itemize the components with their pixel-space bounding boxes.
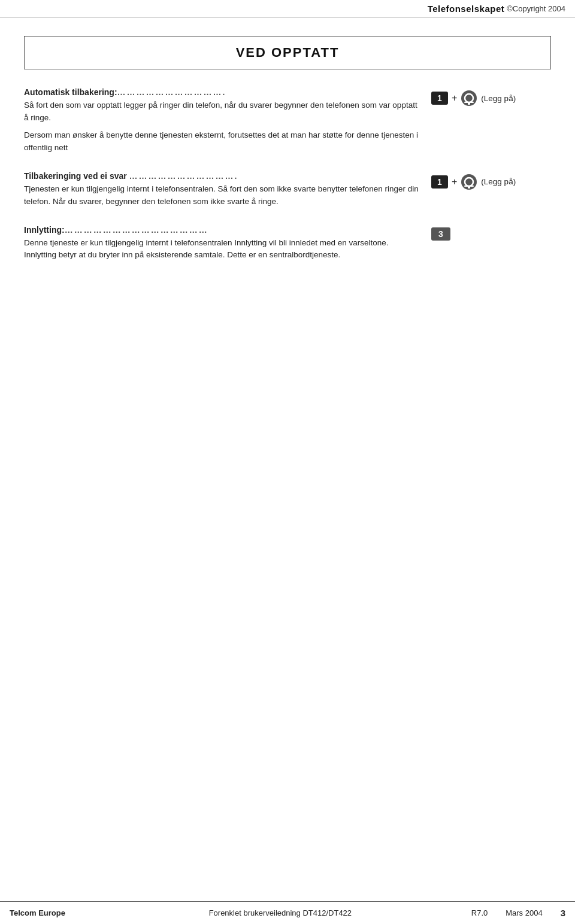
key-1-badge: 1 xyxy=(431,92,448,105)
main-content: Automatisk tilbakering:……………………………. Så f… xyxy=(0,87,575,262)
page-footer: Telcom Europe Forenklet brukerveiledning… xyxy=(0,901,575,924)
page-title: VED OPPTATT xyxy=(236,45,340,60)
section-automatisk-text: Automatisk tilbakering:……………………………. Så f… xyxy=(24,87,431,154)
plus-sign: + xyxy=(452,93,457,104)
copyright-text: ©Copyright 2004 xyxy=(507,4,565,13)
section-tilbakeringing-heading: Tilbakeringing ved ei svar ……………………………. xyxy=(24,171,419,181)
section-tilbakeringing-body: Tjenesten er kun tilgjengelig internt i … xyxy=(24,183,419,208)
key-3-badge: 3 xyxy=(431,227,450,241)
phone-icon xyxy=(461,90,477,107)
section-innlytting-instruction: 3 xyxy=(431,225,551,241)
page-header: Telefonselskapet ©Copyright 2004 xyxy=(0,0,575,18)
footer-version: R7.0 xyxy=(471,908,488,917)
section-innlytting-heading: Innlytting:……………………………………… xyxy=(24,225,419,235)
footer-date: Mars 2004 xyxy=(506,908,542,917)
legg-pa-label-2: (Legg på) xyxy=(481,177,516,186)
section-innlytting: Innlytting:……………………………………… Denne tjenest… xyxy=(24,225,551,262)
svg-rect-3 xyxy=(464,102,474,103)
plus-sign-2: + xyxy=(452,177,457,187)
section-innlytting-body: Denne tjeneste er kun tilgjengelig inter… xyxy=(24,237,419,262)
section-automatisk-instruction: 1 + (Legg på) xyxy=(431,87,551,107)
section-automatisk-heading: Automatisk tilbakering:……………………………. xyxy=(24,87,419,97)
section-automatisk-body: Så fort den som var opptatt legger på ri… xyxy=(24,99,419,154)
footer-page: 3 xyxy=(561,908,565,918)
footer-manual: Forenklet brukerveiledning DT412/DT422 xyxy=(89,908,471,917)
company-logo: Telefonselskapet xyxy=(428,4,505,14)
footer-right: R7.0 Mars 2004 3 xyxy=(471,908,565,918)
footer-company: Telcom Europe xyxy=(10,908,65,917)
section-automatisk: Automatisk tilbakering:……………………………. Så f… xyxy=(24,87,551,154)
section-tilbakeringing-instruction: 1 + (Legg på) xyxy=(431,171,551,190)
key-1-badge-2: 1 xyxy=(431,175,448,189)
section-innlytting-text: Innlytting:……………………………………… Denne tjenest… xyxy=(24,225,431,262)
legg-pa-label-1: (Legg på) xyxy=(481,94,516,103)
section-tilbakeringing-text: Tilbakeringing ved ei svar ……………………………. … xyxy=(24,171,431,208)
page-title-box: VED OPPTATT xyxy=(24,36,551,69)
phone-icon-2 xyxy=(461,174,477,190)
section-tilbakeringing: Tilbakeringing ved ei svar ……………………………. … xyxy=(24,171,551,208)
svg-rect-7 xyxy=(464,186,474,187)
